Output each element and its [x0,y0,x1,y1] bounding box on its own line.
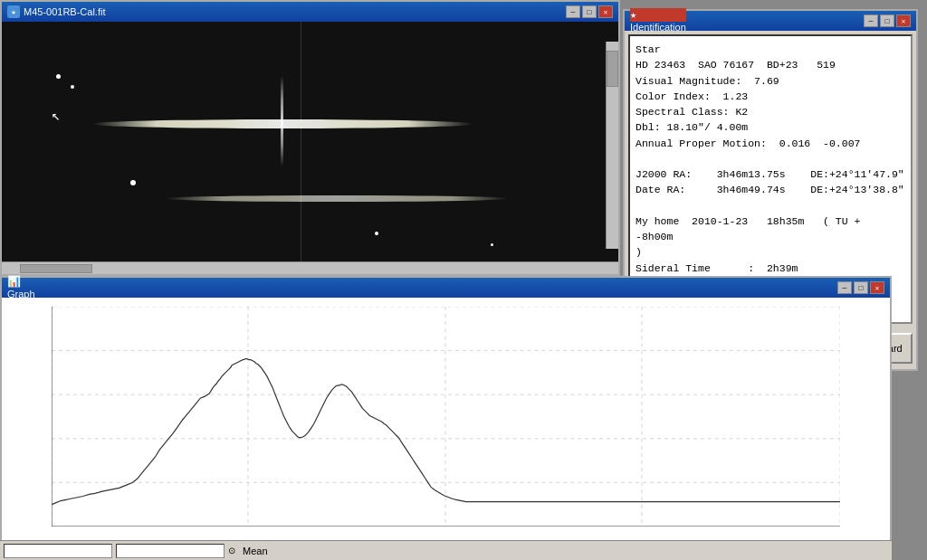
id-maximize-button[interactable]: □ [880,14,894,27]
main-maximize-button[interactable]: □ [582,5,597,18]
bottom-input-field[interactable] [4,544,112,558]
id-minimize-button[interactable]: ─ [864,14,878,27]
graph-close-button[interactable]: ✕ [870,281,884,294]
id-window-controls: ─ □ ✕ [864,14,911,27]
graph-window-controls: ─ □ ✕ [837,281,884,294]
graph-minimize-button[interactable]: ─ [837,281,852,294]
image-vscroll[interactable] [606,42,618,249]
graph-title-icon: 📊 [7,275,35,289]
diffraction-spike-v [281,76,283,166]
id-title-text: Identification [630,22,686,33]
vscroll-thumb[interactable] [607,51,618,87]
graph-window: 📊 Graph ─ □ ✕ .grid-line { stroke: #aaa;… [0,276,892,560]
image-canvas: ↖ [2,22,618,261]
bottom-toolbar: ⊙ Mean [0,540,892,560]
cursor-arrow: ↖ [52,107,61,125]
main-close-button[interactable]: ✕ [598,5,613,18]
star-dot-4 [375,232,378,235]
image-hscroll[interactable] [2,261,618,274]
id-close-button[interactable]: ✕ [896,14,911,27]
main-titlebar: ★ M45-001RB-Cal.fit ─ □ ✕ [2,2,618,22]
id-title-icon: ★ [630,8,686,22]
main-title-text: M45-001RB-Cal.fit [24,6,105,17]
bottom-input-field-2[interactable] [116,544,225,558]
radio-indicator: ⊙ [228,546,235,555]
graph-svg: .grid-line { stroke: #aaa; stroke-width:… [52,307,840,527]
star-dot-5 [491,243,493,246]
star-dot-3 [130,180,136,185]
graph-titlebar: 📊 Graph ─ □ ✕ [2,278,890,298]
id-titlebar: ★ Identification ─ □ ✕ [625,11,916,31]
main-minimize-button[interactable]: ─ [566,5,580,18]
star-dot-1 [56,74,61,79]
main-image-window: ★ M45-001RB-Cal.fit ─ □ ✕ [0,0,620,276]
main-window-controls: ─ □ ✕ [566,5,613,18]
hscroll-thumb[interactable] [20,264,92,273]
star-streak-secondary [165,195,509,202]
graph-maximize-button[interactable]: □ [854,281,868,294]
mean-label: Mean [243,546,268,556]
star-dot-2 [71,85,74,89]
main-title-icon: ★ [7,5,20,18]
graph-plot-area: .grid-line { stroke: #aaa; stroke-width:… [2,298,890,560]
